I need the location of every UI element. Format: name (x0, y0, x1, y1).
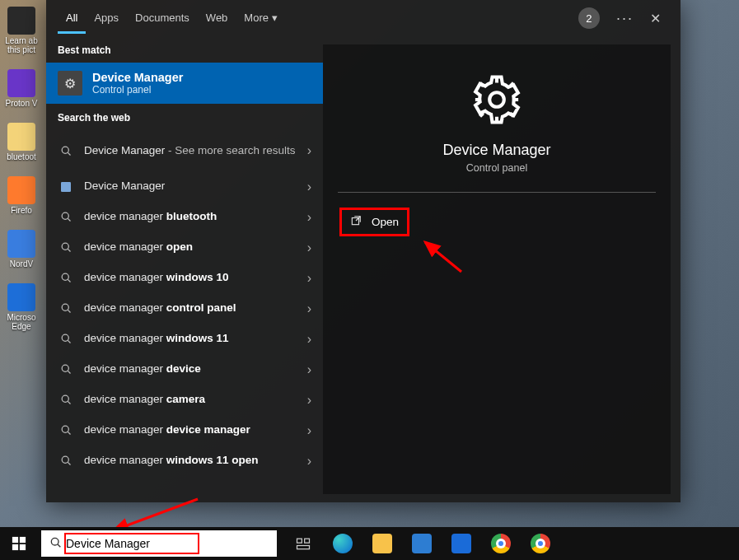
chevron-right-icon[interactable]: › (307, 301, 311, 316)
tab-web[interactable]: Web (198, 3, 236, 34)
chevron-right-icon[interactable]: › (307, 393, 311, 408)
search-result-row[interactable]: device manager bluetooth› (46, 202, 323, 232)
desktop-icon[interactable]: Firefo (3, 176, 40, 215)
desktop-icon[interactable]: Proton V (3, 69, 40, 108)
recent-count-badge[interactable]: 2 (578, 7, 600, 29)
tab-apps[interactable]: Apps (86, 3, 127, 34)
task-view-button[interactable] (287, 527, 320, 560)
best-match-label: Best match (46, 36, 323, 63)
desktop-icons-column: Learn ab this pictProton VbluetootFirefo… (3, 7, 40, 331)
search-icon (58, 272, 74, 284)
best-match-subtitle: Control panel (92, 84, 183, 96)
svg-rect-33 (297, 546, 310, 549)
app-icon (7, 7, 35, 35)
search-web-label: Search the web (46, 104, 323, 130)
close-button[interactable]: ✕ (642, 11, 669, 26)
results-column: Best match ⚙ Device Manager Control pane… (46, 36, 323, 502)
search-result-row[interactable]: device manager open› (46, 232, 323, 263)
search-result-row[interactable]: device manager windows 10› (46, 263, 323, 293)
app-icon (7, 123, 35, 151)
search-result-row[interactable]: device manager windows 11› (46, 324, 323, 354)
svg-rect-2 (61, 182, 71, 192)
search-result-row[interactable]: device manager device› (46, 354, 323, 385)
svg-rect-31 (297, 539, 302, 543)
svg-rect-25 (12, 537, 18, 543)
result-text: device manager camera (84, 393, 297, 406)
search-result-row[interactable]: device manager windows 11 open› (46, 446, 323, 476)
svg-point-13 (62, 365, 68, 371)
chevron-right-icon[interactable]: › (307, 240, 311, 255)
svg-line-14 (68, 371, 70, 373)
svg-point-3 (62, 212, 68, 219)
search-result-row[interactable]: Device Manager - See more search results… (46, 130, 323, 171)
search-popup: AllAppsDocumentsWebMore ▾ 2 ··· ✕ Best m… (46, 0, 681, 502)
search-icon (49, 536, 63, 552)
svg-line-20 (68, 462, 70, 464)
best-match-result[interactable]: ⚙ Device Manager Control panel (46, 63, 323, 104)
desktop-icon-label: bluetoot (7, 152, 36, 161)
chevron-right-icon[interactable]: › (307, 143, 311, 158)
svg-rect-32 (305, 539, 310, 543)
chevron-right-icon[interactable]: › (307, 454, 311, 469)
store-icon[interactable] (405, 527, 438, 560)
search-icon (58, 145, 74, 157)
search-icon (58, 241, 74, 254)
file-explorer-icon[interactable] (366, 527, 399, 560)
desktop-icon[interactable]: bluetoot (3, 123, 40, 161)
result-text: device manager device (84, 362, 297, 376)
desktop-icon-label: NordV (10, 259, 33, 268)
start-button[interactable] (0, 527, 38, 560)
preview-subtitle: Control panel (466, 162, 527, 174)
search-result-row[interactable]: device manager control panel› (46, 293, 323, 324)
result-text: device manager windows 11 open (84, 454, 297, 467)
tab-more[interactable]: More ▾ (236, 3, 285, 34)
open-action[interactable]: Open (339, 208, 409, 236)
chevron-right-icon[interactable]: › (307, 362, 311, 377)
svg-line-16 (68, 401, 70, 404)
edge-icon[interactable] (326, 527, 359, 560)
divider (338, 192, 656, 193)
chrome-icon[interactable] (484, 527, 517, 560)
svg-point-29 (51, 538, 58, 545)
desktop-icon[interactable]: NordV (3, 230, 40, 268)
mail-icon[interactable] (445, 527, 478, 560)
app-icon (7, 69, 35, 97)
search-result-row[interactable]: device manager device manager› (46, 415, 323, 446)
desktop-icon-label: Firefo (11, 206, 32, 215)
chevron-right-icon[interactable]: › (307, 180, 311, 194)
search-icon (58, 424, 74, 436)
result-text: device manager device manager (84, 423, 297, 436)
desktop-icon-label: Proton V (6, 99, 38, 108)
open-icon (350, 215, 362, 229)
chevron-right-icon[interactable]: › (307, 332, 311, 347)
result-text: Device Manager - See more search results (84, 144, 297, 157)
search-input[interactable] (66, 537, 272, 550)
search-result-row[interactable]: Device Manager› (46, 171, 323, 202)
best-match-title: Device Manager (92, 71, 183, 84)
chrome-icon[interactable] (524, 527, 557, 560)
search-icon (58, 211, 74, 223)
taskbar (0, 527, 739, 560)
taskbar-search-box[interactable] (41, 530, 277, 557)
search-icon (58, 302, 74, 315)
more-options-button[interactable]: ··· (608, 10, 642, 27)
result-text: device manager control panel (84, 301, 297, 315)
svg-point-11 (62, 334, 68, 341)
chevron-right-icon[interactable]: › (307, 271, 311, 286)
chevron-right-icon[interactable]: › (307, 210, 311, 225)
desktop-icon-label: Learn ab this pict (5, 36, 37, 54)
result-text: device manager open (84, 240, 297, 254)
search-icon (58, 455, 74, 467)
app-icon (58, 180, 74, 194)
tab-documents[interactable]: Documents (127, 3, 198, 34)
chevron-down-icon: ▾ (272, 12, 278, 24)
desktop-icon[interactable]: Microso Edge (3, 283, 40, 331)
svg-rect-28 (20, 544, 26, 550)
svg-point-7 (62, 273, 68, 280)
app-icon (7, 176, 35, 204)
svg-point-0 (62, 147, 68, 153)
search-result-row[interactable]: device manager camera› (46, 385, 323, 415)
desktop-icon[interactable]: Learn ab this pict (3, 7, 40, 54)
chevron-right-icon[interactable]: › (307, 423, 311, 438)
tab-all[interactable]: All (58, 3, 86, 34)
